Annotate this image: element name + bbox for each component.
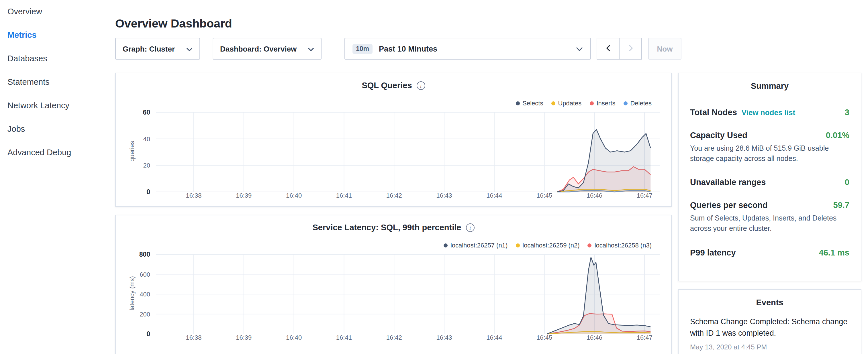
stat-description: You are using 28.6 MiB of 515.9 GiB usab… bbox=[690, 143, 849, 164]
sidebar-item-metrics[interactable]: Metrics bbox=[0, 24, 109, 47]
svg-text:16:39: 16:39 bbox=[236, 334, 252, 341]
service-latency-panel: Service Latency: SQL, 99th percentile i … bbox=[115, 215, 672, 354]
svg-text:200: 200 bbox=[140, 311, 150, 318]
sidebar: Overview Metrics Databases Statements Ne… bbox=[0, 0, 109, 354]
svg-text:40: 40 bbox=[143, 135, 150, 142]
svg-text:16:38: 16:38 bbox=[186, 192, 202, 199]
stat-value: 3 bbox=[845, 108, 849, 117]
svg-text:16:40: 16:40 bbox=[286, 334, 302, 341]
stat-label: Total Nodes bbox=[690, 108, 737, 117]
summary-stat-total-nodes: Total Nodes View nodes list 3 bbox=[690, 108, 849, 117]
summary-stat-p99-latency: P99 latency 46.1 ms bbox=[690, 248, 849, 257]
events-title: Events bbox=[690, 298, 849, 307]
chevron-right-icon bbox=[628, 43, 633, 54]
svg-text:16:43: 16:43 bbox=[436, 334, 452, 341]
view-nodes-list-link[interactable]: View nodes list bbox=[742, 108, 795, 117]
time-window-next-button[interactable] bbox=[619, 38, 642, 60]
dashboard-dropdown[interactable]: Dashboard: Overview bbox=[213, 38, 321, 60]
svg-text:800: 800 bbox=[139, 251, 150, 258]
svg-text:0: 0 bbox=[147, 330, 150, 338]
chart-title: Service Latency: SQL, 99th percentile bbox=[313, 223, 461, 232]
stat-value: 46.1 ms bbox=[819, 248, 849, 257]
time-window-nav bbox=[597, 38, 642, 60]
chevron-down-icon bbox=[308, 44, 314, 53]
dashboard-label: Dashboard: Overview bbox=[220, 44, 297, 53]
summary-panel: Summary Total Nodes View nodes list 3 Ca… bbox=[678, 73, 861, 281]
summary-stat-capacity-used: Capacity Used 0.01% You are using 28.6 M… bbox=[690, 131, 849, 164]
chevron-down-icon bbox=[186, 44, 192, 53]
graph-scope-label: Graph: Cluster bbox=[123, 44, 175, 53]
event-timestamp: May 13, 2020 at 4:45 PM bbox=[690, 343, 849, 351]
sidebar-item-databases[interactable]: Databases bbox=[0, 47, 109, 70]
stat-label: Unavailable ranges bbox=[690, 178, 766, 187]
svg-text:16:45: 16:45 bbox=[536, 334, 552, 341]
now-button[interactable]: Now bbox=[648, 38, 681, 60]
svg-text:16:42: 16:42 bbox=[386, 192, 402, 199]
stat-value: 0 bbox=[845, 178, 849, 187]
event-item[interactable]: Schema Change Completed: Schema change w… bbox=[690, 316, 849, 351]
svg-text:16:41: 16:41 bbox=[336, 334, 352, 341]
sidebar-item-advanced-debug[interactable]: Advanced Debug bbox=[0, 141, 109, 164]
summary-stat-unavailable-ranges: Unavailable ranges 0 bbox=[690, 178, 849, 187]
sql-queries-chart[interactable]: 020406016:3816:3916:4016:4116:4216:4316:… bbox=[122, 104, 666, 203]
overview-dashboard-page: Overview Metrics Databases Statements Ne… bbox=[0, 0, 868, 354]
time-range-label: Past 10 Minutes bbox=[379, 44, 437, 53]
svg-text:16:45: 16:45 bbox=[536, 192, 552, 199]
sidebar-item-overview[interactable]: Overview bbox=[0, 0, 109, 24]
svg-text:400: 400 bbox=[140, 291, 150, 298]
sidebar-item-jobs[interactable]: Jobs bbox=[0, 118, 109, 141]
stat-value: 59.7 bbox=[833, 201, 849, 210]
svg-text:16:42: 16:42 bbox=[386, 334, 402, 341]
svg-text:16:41: 16:41 bbox=[336, 192, 352, 199]
svg-text:16:40: 16:40 bbox=[286, 192, 302, 199]
info-circle-icon[interactable]: i bbox=[417, 81, 425, 90]
event-text: Schema Change Completed: Schema change w… bbox=[690, 316, 849, 340]
sql-queries-panel: SQL Queries i SelectsUpdatesInsertsDelet… bbox=[115, 73, 672, 207]
chart-title: SQL Queries bbox=[362, 81, 412, 90]
stat-description: Sum of Selects, Updates, Inserts, and De… bbox=[690, 213, 849, 234]
svg-text:20: 20 bbox=[143, 162, 150, 169]
stat-label: P99 latency bbox=[690, 248, 736, 257]
graph-scope-dropdown[interactable]: Graph: Cluster bbox=[115, 38, 200, 60]
chevron-down-icon bbox=[576, 44, 583, 53]
time-range-selector[interactable]: 10m Past 10 Minutes bbox=[344, 38, 591, 60]
svg-text:16:44: 16:44 bbox=[486, 192, 502, 199]
info-circle-icon[interactable]: i bbox=[466, 223, 474, 232]
page-title: Overview Dashboard bbox=[115, 16, 232, 30]
svg-text:600: 600 bbox=[140, 271, 150, 278]
stat-label: Capacity Used bbox=[690, 131, 747, 140]
svg-text:16:44: 16:44 bbox=[486, 334, 502, 341]
svg-text:16:43: 16:43 bbox=[436, 192, 452, 199]
service-latency-chart[interactable]: 020040060080016:3816:3916:4016:4116:4216… bbox=[122, 246, 666, 345]
svg-text:16:46: 16:46 bbox=[587, 334, 602, 341]
summary-title: Summary bbox=[690, 81, 849, 91]
time-range-badge: 10m bbox=[352, 44, 373, 54]
sidebar-item-network-latency[interactable]: Network Latency bbox=[0, 94, 109, 118]
events-panel: Events Schema Change Completed: Schema c… bbox=[678, 289, 861, 354]
chevron-left-icon bbox=[606, 43, 611, 54]
svg-text:16:47: 16:47 bbox=[637, 334, 652, 341]
stat-label: Queries per second bbox=[690, 201, 768, 210]
svg-text:60: 60 bbox=[143, 108, 150, 116]
svg-text:16:46: 16:46 bbox=[587, 192, 602, 199]
controls-bar: Graph: Cluster Dashboard: Overview 10m P… bbox=[115, 38, 866, 60]
sidebar-item-statements[interactable]: Statements bbox=[0, 70, 109, 94]
time-window-prev-button[interactable] bbox=[597, 38, 620, 60]
svg-text:16:39: 16:39 bbox=[236, 192, 252, 199]
summary-stat-queries-per-second: Queries per second 59.7 Sum of Selects, … bbox=[690, 201, 849, 234]
svg-text:16:47: 16:47 bbox=[637, 192, 652, 199]
stat-value: 0.01% bbox=[826, 131, 849, 140]
svg-text:16:38: 16:38 bbox=[186, 334, 202, 341]
svg-text:0: 0 bbox=[147, 188, 150, 196]
